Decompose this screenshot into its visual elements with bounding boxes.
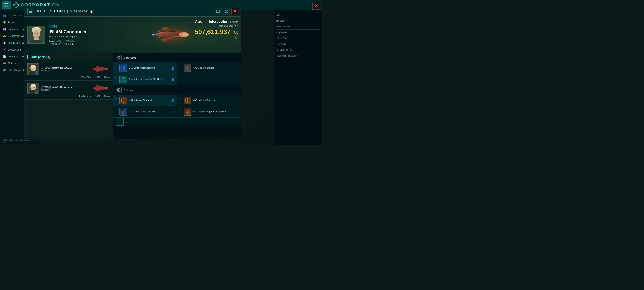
svg-point-17 <box>37 33 38 34</box>
svg-rect-60 <box>117 89 118 90</box>
svg-point-44 <box>31 84 36 87</box>
item-qty-3: 1 <box>115 76 118 78</box>
others-items: 2 MK7 Infiltrator Blueprint 👤 5 <box>113 95 241 117</box>
svg-point-54 <box>122 68 124 69</box>
item-name-cap: MK9 Large Group Capacitor... <box>128 110 170 113</box>
item-icon-armor <box>184 108 191 116</box>
right-item-kitty3: Kitty Raffle <box>276 41 320 47</box>
modal-menu-button[interactable] <box>27 8 34 15</box>
low-slot-items: 1 MK9 Small Microwarpdrive 👤 <box>113 63 241 85</box>
svg-point-59 <box>123 80 124 81</box>
modal-close-button[interactable]: ✕ <box>232 8 238 15</box>
item-icon-microwarpdrive <box>119 64 127 72</box>
participant-1-ship: Abaddon <box>41 70 90 72</box>
svg-point-46 <box>32 87 32 88</box>
corplog-icon: 📄 <box>3 55 6 58</box>
item-icon-cap <box>119 108 127 116</box>
participant-row[interactable]: + [STCA]Amarr's Colossus Abaddon <box>24 61 113 81</box>
participant-1-stats: Final Blow | 2651 | 100% <box>27 76 110 78</box>
item-infiltrator-1[interactable]: 2 MK7 Infiltrator Blueprint 👤 <box>113 95 177 106</box>
svg-rect-7 <box>29 13 32 13</box>
svg-point-37 <box>34 68 35 69</box>
export-button[interactable] <box>223 8 230 15</box>
item-icon-inf2 <box>184 97 191 104</box>
item-empty <box>177 74 241 85</box>
add-participant-badge[interactable]: + <box>35 71 38 75</box>
copy-button[interactable] <box>214 8 222 15</box>
right-panels: Cats the Silent > ntry fee 60 Mirt Kitty… <box>274 10 322 145</box>
svg-marker-4 <box>14 3 18 7</box>
item-close-inf2[interactable]: ✕ <box>236 99 239 102</box>
svg-rect-5 <box>29 10 32 11</box>
isk-value: 507,611,937 <box>195 28 231 36</box>
ship-info: Atron II Interceptor Frigate Total damag… <box>195 20 238 40</box>
svg-point-15 <box>38 27 41 32</box>
ship-type: Frigate <box>230 20 238 23</box>
item-qty-cap: 1 <box>115 108 118 110</box>
right-item-kitty1: Kitty' Raffle <box>276 30 320 36</box>
item-qty-inf1: 2 <box>115 97 118 99</box>
item-cloaking[interactable]: 1 MK5 Cloaking Device ✕ <box>177 63 241 74</box>
svg-point-14 <box>32 27 35 32</box>
item-capacitor[interactable]: 1 MK9 Large Group Capacitor... ✕ <box>113 106 177 117</box>
participant-1-name: [STCA]Amarr's Colossus <box>41 67 90 70</box>
right-item-kitty2: ill Kitty Raffle <box>276 36 320 41</box>
damage-value: 2651 <box>234 24 238 27</box>
others-icon <box>116 87 122 93</box>
participant-top: + [STCA]Amarr's Colossus Abaddon <box>27 64 110 75</box>
window-close-button[interactable]: ✕ <box>312 2 320 10</box>
svg-rect-9 <box>217 10 219 13</box>
item-name-inertial-stab: Federation Navy Inertial Stabilizer <box>128 78 170 81</box>
right-item-fee: ntry fee 60 Mirt <box>276 24 320 30</box>
low-slot-section: Low Slot 1 MK9 Small Microwar <box>113 53 241 85</box>
items-panel: Low Slot 1 MK9 Small Microwar <box>113 53 241 139</box>
participant-2-name: [STCA]Amarr's Colossus <box>41 86 90 89</box>
modal-title: KILL REPORT [ID:7420870] 📋 <box>37 9 212 14</box>
svg-rect-2 <box>4 6 8 7</box>
hamburger-button[interactable] <box>2 1 11 10</box>
item-icon-inertial-stab <box>119 76 127 83</box>
svg-rect-6 <box>29 11 32 12</box>
participant-avatar-2: + <box>27 83 39 94</box>
svg-rect-61 <box>119 89 120 90</box>
assets-icon: 📦 <box>3 21 6 24</box>
kill-result: Kill <box>195 37 238 40</box>
svg-point-34 <box>31 65 36 68</box>
other-corps-icon: 🔗 <box>3 69 6 72</box>
svg-rect-1 <box>4 5 8 5</box>
participant-row-2[interactable]: + [STCA]Amarr's Colossus Abaddon <box>24 81 113 100</box>
participant-2-info: [STCA]Amarr's Colossus Abaddon <box>41 86 90 91</box>
ship-name: Atron II Interceptor <box>195 20 228 24</box>
item-close-cap[interactable]: ✕ <box>172 110 174 113</box>
svg-rect-58 <box>122 78 124 79</box>
participant-1-info: [STCA]Amarr's Colossus Abaddon <box>41 67 90 72</box>
kill-badge: 1 Kill <box>48 25 56 28</box>
item-person-icon-1: 👤 <box>171 67 174 70</box>
item-qty-2: 1 <box>180 65 182 67</box>
item-microwarpdrive[interactable]: 1 MK9 Small Microwarpdrive 👤 <box>113 63 177 74</box>
modal-header: KILL REPORT [ID:7420870] 📋 ✕ <box>24 7 241 17</box>
item-infiltrator-2[interactable]: 5 MK7 Infiltrator Blueprint ✕ <box>177 95 241 106</box>
item-inertial-stabilizer[interactable]: 1 Federation Navy Inertial Stabilizer 👤 <box>113 74 177 85</box>
facility-icon: 🏭 <box>3 28 6 31</box>
modal-actions: ✕ <box>214 8 238 15</box>
item-name-inf1: MK7 Infiltrator Blueprint <box>128 99 170 102</box>
item-name-cloaking: MK5 Cloaking Device <box>193 67 235 69</box>
svg-point-49 <box>104 87 108 90</box>
others-title: Others <box>124 89 133 92</box>
isk-unit: ISK <box>232 31 238 35</box>
item-armor-repairer[interactable]: 2 MK7 Large Group Armor Repairer ... ✕ <box>177 106 241 117</box>
damage-label: Total damage: <box>219 25 233 27</box>
pilot-avatar <box>27 26 46 44</box>
low-slot-icon <box>116 55 122 60</box>
item-close-armor[interactable]: ✕ <box>236 110 239 113</box>
svg-rect-63 <box>119 90 120 91</box>
item-icon-cloaking <box>184 64 191 72</box>
item-qty-inf2: 5 <box>180 97 182 99</box>
svg-point-39 <box>104 68 108 71</box>
item-close-icon-2[interactable]: ✕ <box>236 67 239 70</box>
add-participant-badge-2[interactable]: + <box>35 90 38 94</box>
svg-rect-0 <box>4 4 8 4</box>
participant-2-ship-icon <box>92 84 110 92</box>
kill-report-modal: KILL REPORT [ID:7420870] 📋 ✕ <box>24 6 242 139</box>
